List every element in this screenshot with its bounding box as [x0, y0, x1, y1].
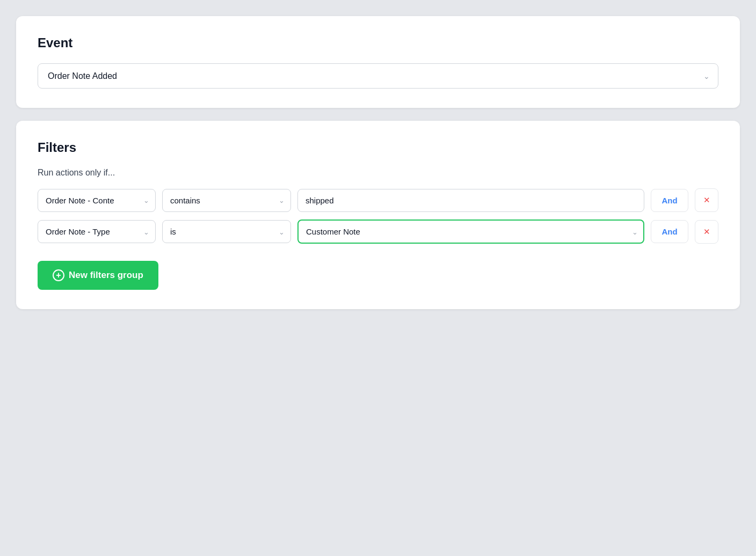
- filter-operator-select-1[interactable]: contains is is not does not contain: [162, 189, 291, 212]
- plus-circle-icon: +: [53, 269, 64, 281]
- filters-title: Filters: [38, 140, 718, 155]
- remove-icon-1: ✕: [703, 195, 710, 205]
- filter-operator-wrapper-2: contains is is not does not contain ⌄: [162, 220, 291, 243]
- filter-field-wrapper-2: Order Note - Conte Order Note - Type ⌄: [38, 220, 156, 243]
- remove-icon-2: ✕: [703, 227, 710, 237]
- filter-value-input-1[interactable]: [297, 189, 644, 212]
- filter-field-select-2[interactable]: Order Note - Conte Order Note - Type: [38, 220, 156, 243]
- event-dropdown[interactable]: Order Note Added Order Created Order Upd…: [38, 63, 718, 89]
- filter-and-button-2[interactable]: And: [651, 220, 688, 243]
- filter-rows: Order Note - Conte Order Note - Type ⌄ c…: [38, 188, 718, 244]
- event-dropdown-wrapper: Order Note Added Order Created Order Upd…: [38, 63, 718, 89]
- event-card: Event Order Note Added Order Created Ord…: [16, 16, 740, 108]
- filter-row: Order Note - Conte Order Note - Type ⌄ c…: [38, 188, 718, 212]
- filter-operator-select-2[interactable]: contains is is not does not contain: [162, 220, 291, 243]
- filters-subtitle: Run actions only if...: [38, 168, 718, 178]
- filters-card: Filters Run actions only if... Order Not…: [16, 121, 740, 309]
- new-filters-group-label: New filters group: [69, 270, 143, 281]
- filter-field-wrapper-1: Order Note - Conte Order Note - Type ⌄: [38, 189, 156, 212]
- filter-remove-button-1[interactable]: ✕: [695, 188, 718, 212]
- filter-value-wrapper-2: Customer Note Private Note Staff Note ⌄: [297, 220, 644, 244]
- filter-and-button-1[interactable]: And: [651, 189, 688, 212]
- new-filters-group-button[interactable]: + New filters group: [38, 261, 158, 290]
- filter-operator-wrapper-1: contains is is not does not contain ⌄: [162, 189, 291, 212]
- filter-row: Order Note - Conte Order Note - Type ⌄ c…: [38, 220, 718, 244]
- filter-value-select-2[interactable]: Customer Note Private Note Staff Note: [297, 220, 644, 244]
- event-title: Event: [38, 35, 718, 50]
- filter-field-select-1[interactable]: Order Note - Conte Order Note - Type: [38, 189, 156, 212]
- filter-remove-button-2[interactable]: ✕: [695, 220, 718, 244]
